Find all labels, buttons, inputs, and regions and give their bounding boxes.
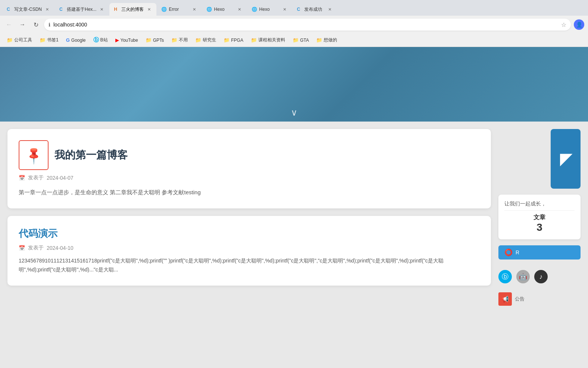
forward-button[interactable]: →: [17, 19, 28, 30]
bookmark-tag1[interactable]: 📁 书签1: [37, 35, 62, 45]
article-title-2[interactable]: 代码演示: [19, 227, 476, 240]
bookmark-label: 书签1: [47, 37, 59, 43]
tab-label-hexo2: Hexo: [259, 7, 270, 12]
tab-favicon-publish: C: [297, 7, 302, 12]
bookmark-todo[interactable]: 📁 想做的: [313, 35, 340, 45]
bookmark-company-tools[interactable]: 📁 公司工具: [4, 35, 35, 45]
tab-csdn[interactable]: C 写文章-CSDN ✕: [2, 3, 55, 16]
bookmark-youtube[interactable]: ▶ YouTube: [112, 36, 141, 44]
stat-label: 文章: [504, 214, 575, 221]
folder-icon: 📁: [171, 37, 177, 43]
address-bar-row: ← → ↻ ℹ localhost:4000 ☆ 👤: [0, 16, 588, 34]
folder-icon: 📁: [224, 37, 230, 43]
red-notification-icon[interactable]: 📢: [498, 292, 512, 306]
bookmark-nouse[interactable]: 📁 不用: [168, 35, 191, 45]
page-content: ∨ 📌 我的第一篇博客 📅 发表于 2024-04-07 第一章一点一点进步，是…: [0, 47, 588, 368]
tab-label-error: Error: [169, 7, 179, 12]
bookmark-graduate[interactable]: 📁 研究生: [192, 35, 219, 45]
folder-icon: 📁: [251, 37, 257, 43]
articles-area: 📌 我的第一篇博客 📅 发表于 2024-04-07 第一章一点一点进步，是生命…: [7, 129, 491, 368]
bookmark-gta[interactable]: 📁 GTA: [290, 36, 312, 44]
tab-close-hexo-build[interactable]: ✕: [99, 6, 105, 12]
tab-favicon-hexo2: 🌐: [252, 7, 257, 12]
article-excerpt-1: 第一章一点一点进步，是生命的意义 第二章我不是大聪明 参考文献testing: [19, 187, 476, 197]
profile-button[interactable]: 👤: [574, 19, 584, 30]
page-header: ∨: [0, 47, 588, 122]
tab-close-csdn[interactable]: ✕: [44, 6, 50, 12]
bookmark-label: FPGA: [231, 38, 243, 43]
bookmark-fpga[interactable]: 📁 FPGA: [221, 36, 246, 44]
folder-icon: 📁: [7, 37, 13, 43]
sidebar-stats-card: 让我们一起成长， 文章 3: [498, 195, 581, 239]
tab-label-hexo1: Hexo: [214, 7, 224, 12]
youtube-icon: ▶: [115, 37, 119, 43]
bilibili-social-icon[interactable]: ⓑ: [498, 270, 512, 283]
bookmark-bilibili[interactable]: ⓑ B站: [90, 35, 111, 45]
date-value-2: 2024-04-10: [47, 245, 74, 251]
tab-favicon-hexo1: 🌐: [206, 7, 212, 12]
tab-hexo2[interactable]: 🌐 Hexo ✕: [247, 3, 292, 16]
back-button[interactable]: ←: [4, 19, 14, 30]
folder-icon: 📁: [293, 37, 299, 43]
tab-label-csdn: 写文章-CSDN: [14, 6, 42, 13]
bookmark-google[interactable]: G Google: [63, 36, 89, 44]
sidebar: ◤ 让我们一起成长， 文章 3 ⭕ R ⓑ 🤖 ♪: [498, 129, 581, 368]
folder-icon: 📁: [195, 37, 201, 43]
bookmark-gpts[interactable]: 📁 GPTs: [143, 36, 167, 44]
calendar-icon-2: 📅: [19, 245, 25, 251]
chevron-down-icon[interactable]: ∨: [291, 107, 298, 118]
secure-icon: ℹ: [49, 22, 50, 28]
address-bar[interactable]: ℹ localhost:4000 ☆: [44, 19, 571, 31]
bookmark-label: 公司工具: [14, 37, 32, 43]
github-icon: ⭕: [504, 248, 513, 257]
tab-close-sanhuo[interactable]: ✕: [146, 6, 152, 12]
article-title-1[interactable]: 我的第一篇博客: [55, 148, 128, 162]
github-button[interactable]: ⭕ R: [498, 245, 581, 260]
tab-close-error[interactable]: ✕: [191, 6, 197, 12]
tab-favicon-hexo-build: C: [59, 7, 65, 12]
article-excerpt-2: 123456789101112131415161718printf("c是大聪明…: [19, 257, 476, 274]
tab-close-hexo2[interactable]: ✕: [281, 6, 287, 12]
bookmark-label: YouTube: [121, 38, 138, 43]
tab-sanhuo[interactable]: H 三火的博客 ✕: [109, 3, 156, 16]
robot-social-icon[interactable]: 🤖: [516, 270, 530, 283]
tiktok-social-icon[interactable]: ♪: [534, 270, 548, 283]
tab-hexo1[interactable]: 🌐 Hexo ✕: [202, 3, 247, 16]
page-body: 📌 我的第一篇博客 📅 发表于 2024-04-07 第一章一点一点进步，是生命…: [0, 122, 588, 368]
tab-favicon-error: 🌐: [161, 7, 167, 12]
tab-close-publish[interactable]: ✕: [327, 6, 333, 12]
date-label-2: 发表于: [28, 245, 44, 251]
url-text: localhost:4000: [53, 22, 558, 28]
folder-icon: 📁: [146, 37, 152, 43]
bilibili-icon: ⓑ: [93, 37, 99, 44]
article-meta-2: 📅 发表于 2024-04-10: [19, 245, 476, 251]
date-value-1: 2024-04-07: [47, 175, 74, 181]
reload-button[interactable]: ↻: [31, 19, 41, 30]
article-card-2: 代码演示 📅 发表于 2024-04-10 123456789101112131…: [7, 216, 491, 286]
date-label-1: 发表于: [28, 174, 44, 181]
sidebar-blue-decoration: ◤: [551, 129, 581, 189]
bookmark-label: Google: [71, 38, 86, 43]
pin-box: 📌: [19, 140, 49, 170]
calendar-icon-1: 📅: [19, 175, 25, 181]
bookmarks-bar: 📁 公司工具 📁 书签1 G Google ⓑ B站 ▶ YouTube 📁 G…: [0, 34, 588, 47]
bookmark-label: 课程相关资料: [258, 37, 285, 43]
bookmark-star-icon[interactable]: ☆: [561, 21, 566, 28]
tab-hexo-build[interactable]: C 搭建基于Hex... ✕: [55, 3, 109, 16]
folder-icon: 📁: [40, 37, 46, 43]
bookmark-course[interactable]: 📁 课程相关资料: [248, 35, 288, 45]
tab-close-hexo1[interactable]: ✕: [236, 6, 242, 12]
social-icons-row: ⓑ 🤖 ♪: [498, 270, 581, 283]
folder-icon: 📁: [316, 37, 322, 43]
divider: [504, 210, 575, 211]
google-icon: G: [66, 37, 70, 43]
article-pin-header: 📌 我的第一篇博客: [19, 140, 476, 170]
tab-bar: C 写文章-CSDN ✕ C 搭建基于Hex... ✕ H 三火的博客 ✕ 🌐 …: [0, 0, 588, 16]
bookmark-label: B站: [100, 37, 108, 43]
pin-icon: 📌: [23, 145, 44, 165]
tab-error[interactable]: 🌐 Error ✕: [157, 3, 202, 16]
tab-favicon-csdn: C: [7, 7, 12, 12]
bookmark-label: 不用: [179, 37, 188, 43]
tab-publish[interactable]: C 发布成功 ✕: [292, 3, 337, 16]
bookmark-label: GPTs: [153, 38, 164, 43]
